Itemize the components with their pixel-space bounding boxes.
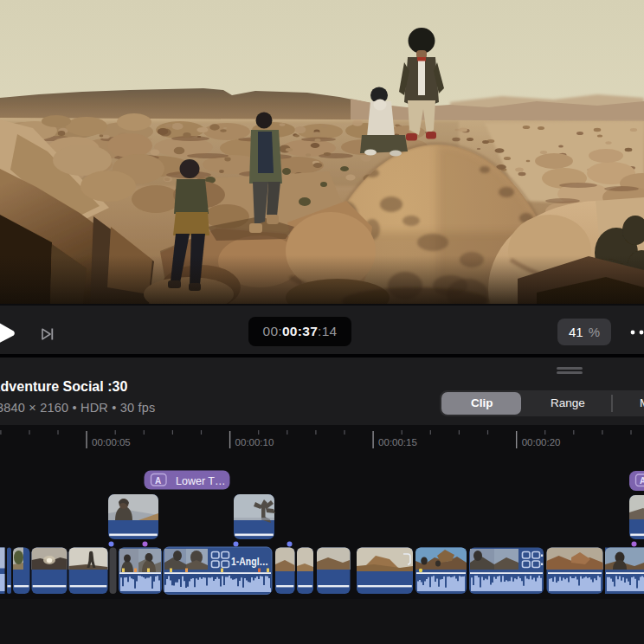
svg-text:1-Angl…: 1-Angl…	[231, 555, 268, 568]
svg-text:00:00:05: 00:00:05	[92, 437, 131, 448]
svg-text:00:00:20: 00:00:20	[522, 437, 561, 448]
svg-text:00:00:15: 00:00:15	[378, 437, 417, 448]
svg-text:Lower T…: Lower T…	[176, 475, 225, 487]
svg-text:00:00:10: 00:00:10	[235, 437, 274, 448]
svg-text:A: A	[640, 476, 644, 486]
svg-text:A: A	[155, 476, 161, 486]
